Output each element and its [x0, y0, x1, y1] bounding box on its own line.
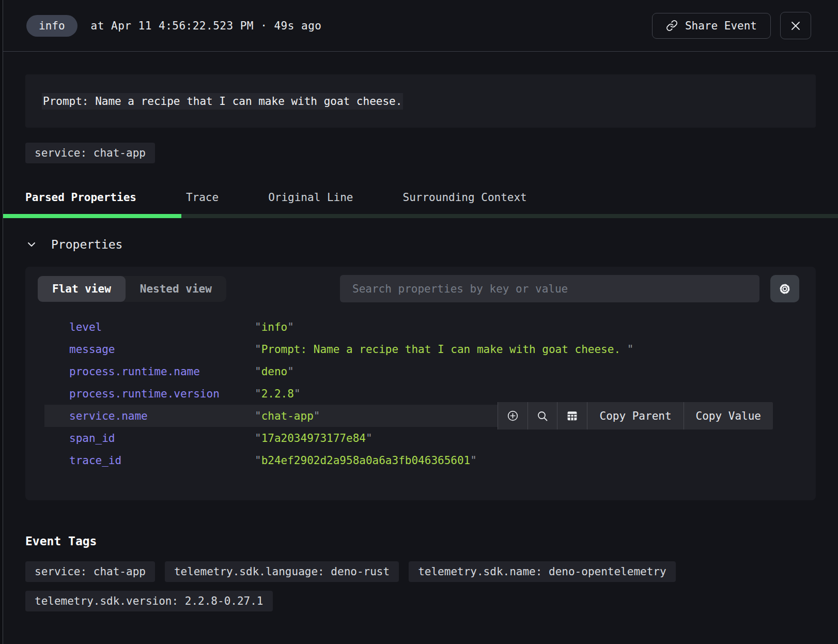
tab-original-line[interactable]: Original Line [268, 191, 353, 205]
table-row-highlighted[interactable]: service.name chat-app [44, 405, 773, 427]
table-row[interactable]: trace_id b24ef2902d2a958a0a6a3fb04636560… [44, 449, 773, 471]
property-value: 17a2034973177e84 [255, 432, 373, 444]
table-row[interactable]: level info [44, 316, 773, 338]
plus-circle-icon [506, 409, 519, 422]
event-tags-list: service: chat-app telemetry.sdk.language… [25, 561, 790, 611]
tab-surrounding-context[interactable]: Surrounding Context [403, 191, 527, 205]
message-preview-box: Prompt: Name a recipe that I can make wi… [25, 74, 816, 128]
properties-toolbar: Flat view Nested view [25, 267, 816, 310]
add-filter-button[interactable] [498, 402, 527, 430]
chevron-down-icon [25, 238, 38, 251]
link-icon [666, 20, 678, 32]
view-toggle: Flat view Nested view [38, 276, 226, 302]
property-value: 2.2.8 [255, 388, 301, 400]
property-value: Prompt: Name a recipe that I can make wi… [255, 343, 633, 356]
event-tags-title: Event Tags [25, 534, 816, 548]
share-event-label: Share Event [685, 20, 757, 32]
properties-panel: Flat view Nested view level info message [25, 267, 816, 500]
tab-trace[interactable]: Trace [186, 191, 219, 205]
message-preview-text: Prompt: Name a recipe that I can make wi… [42, 93, 403, 110]
property-value: info [255, 321, 294, 333]
share-event-button[interactable]: Share Event [652, 13, 771, 39]
search-icon [536, 410, 549, 422]
property-key: span_id [69, 432, 247, 444]
gear-icon [778, 282, 792, 296]
property-key: trace_id [69, 454, 247, 467]
active-tab-indicator [3, 214, 181, 218]
copy-value-button[interactable]: Copy Value [684, 402, 773, 430]
table-icon [566, 409, 579, 422]
property-key: message [69, 343, 247, 356]
property-value: b24ef2902d2a958a0a6a3fb046365601 [255, 454, 477, 467]
add-column-button[interactable] [557, 402, 587, 430]
settings-button[interactable] [770, 275, 799, 302]
property-key: level [69, 321, 247, 333]
property-value: deno [255, 365, 294, 378]
property-key: service.name [69, 410, 247, 422]
search-input[interactable] [340, 275, 759, 302]
row-actions-toolbar: Copy Parent Copy Value [498, 402, 773, 430]
event-tag-chip[interactable]: telemetry.sdk.language: deno-rust [165, 561, 399, 582]
property-key: process.runtime.version [69, 388, 247, 400]
property-key: process.runtime.name [69, 365, 247, 378]
tab-underline-track [3, 214, 838, 218]
properties-table: level info message Prompt: Name a recipe… [25, 316, 816, 471]
event-tags-section: Event Tags service: chat-app telemetry.s… [3, 534, 838, 611]
service-chip[interactable]: service: chat-app [25, 143, 155, 163]
tab-parsed-properties[interactable]: Parsed Properties [25, 191, 136, 205]
property-value: chat-app [255, 410, 320, 422]
event-tag-chip[interactable]: telemetry.sdk.name: deno-opentelemetry [409, 561, 675, 582]
table-row[interactable]: process.runtime.version 2.2.8 [44, 382, 773, 405]
flat-view-button[interactable]: Flat view [38, 276, 126, 302]
close-icon [789, 20, 802, 32]
event-timestamp: at Apr 11 4:56:22.523 PM · 49s ago [91, 20, 322, 32]
event-details-panel: info at Apr 11 4:56:22.523 PM · 49s ago … [3, 0, 838, 644]
level-badge: info [26, 15, 77, 37]
event-header: info at Apr 11 4:56:22.523 PM · 49s ago … [3, 0, 838, 52]
nested-view-button[interactable]: Nested view [126, 276, 226, 302]
detail-tabs: Parsed Properties Trace Original Line Su… [3, 191, 838, 205]
table-row[interactable]: span_id 17a2034973177e84 [44, 427, 773, 449]
event-tag-chip[interactable]: service: chat-app [25, 561, 155, 582]
search-value-button[interactable] [527, 402, 557, 430]
table-row[interactable]: message Prompt: Name a recipe that I can… [44, 338, 773, 360]
close-button[interactable] [780, 12, 811, 39]
copy-parent-button[interactable]: Copy Parent [587, 402, 683, 430]
properties-section-title: Properties [51, 238, 122, 251]
properties-section-header[interactable]: Properties [3, 238, 838, 251]
event-tag-chip[interactable]: telemetry.sdk.version: 2.2.8-0.27.1 [25, 591, 273, 611]
table-row[interactable]: process.runtime.name deno [44, 360, 773, 382]
